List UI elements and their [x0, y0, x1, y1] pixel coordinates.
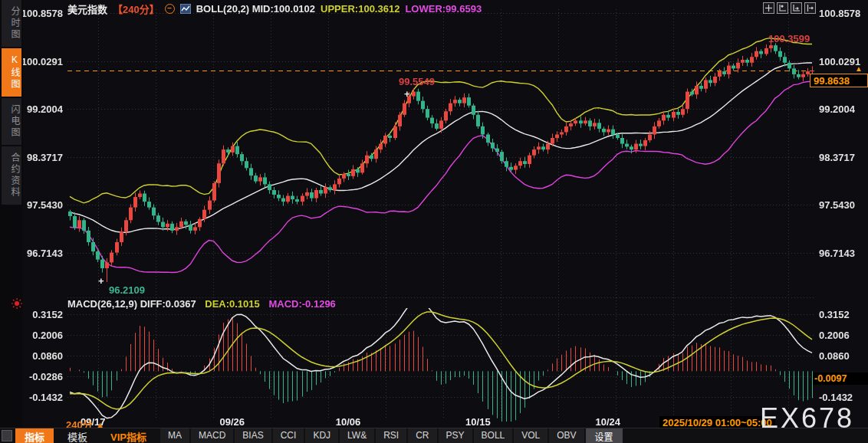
- price-tick-right-3: 98.3717: [819, 152, 855, 163]
- boll-mid-label: BOLL(20,2) MID:100.0102: [196, 3, 315, 15]
- annotation-mid-high: 99.5549: [399, 76, 435, 87]
- x-axis-label-1: 09/26: [219, 416, 245, 428]
- settings-button[interactable]: 设置: [586, 428, 623, 443]
- window-controls: [763, 2, 816, 14]
- indicator-button-boll[interactable]: BOLL: [474, 428, 513, 443]
- sidebar-tab-1[interactable]: K线图: [2, 48, 21, 97]
- period-tag[interactable]: 【240分】: [113, 2, 159, 16]
- crosshair-icon[interactable]: [763, 2, 774, 14]
- zoom-x-axis-icon[interactable]: [791, 2, 802, 14]
- indicator-button-vol[interactable]: VOL: [514, 428, 547, 443]
- x-axis-label-4: 10/24: [596, 416, 621, 428]
- x-axis-label-3: 10/15: [465, 416, 491, 428]
- indicator-button-macd[interactable]: MACD: [191, 428, 233, 443]
- bottom-toolbar: 指标模板VIP指标MAMACDBIASCCIKDJLW&RSICRPSYBOLL…: [0, 428, 868, 443]
- toolbar-tab-1[interactable]: 模板: [58, 428, 97, 443]
- macd-header: MACD(26,12,9) DIFF:0.0367 DEA:0.1015 MAC…: [67, 298, 336, 310]
- sidebar: 分时图K线图闪电图合约资料: [0, 0, 23, 429]
- chart-header: 美元指数 【240分】 − BOLL(20,2) MID:100.0102 UP…: [67, 2, 482, 15]
- indicator-button-obv[interactable]: OBV: [549, 428, 584, 443]
- sidebar-tab-2[interactable]: 闪电图: [2, 98, 21, 145]
- boll-upper-label: UPPER:100.3612: [321, 3, 399, 15]
- low-cross-marker: +: [98, 275, 104, 287]
- toolbar-tab-2[interactable]: VIP指标: [101, 428, 156, 443]
- indicator-button-ma[interactable]: MA: [160, 428, 189, 443]
- macd-tick-right-4: -0.1432: [819, 392, 853, 403]
- macd-tick-right-1: 0.2006: [819, 330, 850, 341]
- macd-dea-label: DEA:0.1015: [205, 298, 260, 310]
- x-axis-label-2: 10/06: [336, 416, 361, 428]
- trading-chart-app: 分时图K线图闪电图合约资料 美元指数 【240分】 − BOLL(20,2) M…: [0, 0, 868, 443]
- toolbar-tab-0[interactable]: 指标: [15, 428, 54, 443]
- indicator-button-bias[interactable]: BIAS: [235, 428, 271, 443]
- macd-value-label: MACD:-0.1296: [268, 298, 335, 310]
- price-tick-right-0: 100.8578: [819, 8, 860, 19]
- sidebar-tab-0[interactable]: 分时图: [2, 0, 21, 47]
- indicator-button-kdj[interactable]: KDJ: [305, 428, 338, 443]
- macd-tick-right-0: 0.3152: [819, 309, 850, 320]
- symbol-title: 美元指数: [67, 2, 107, 16]
- annotation-high: 100.3599: [768, 33, 810, 44]
- macd-title: MACD(26,12,9) DIFF:0.0367: [67, 298, 196, 310]
- price-tick-right-2: 99.2004: [819, 103, 855, 115]
- indicator-button-psy[interactable]: PSY: [439, 428, 472, 443]
- current-macd-badge: -0.0097: [813, 372, 868, 385]
- annotation-low: 96.2109: [109, 284, 145, 296]
- price-tick-right-5: 96.7143: [819, 248, 855, 259]
- indicator-button-cr[interactable]: CR: [408, 428, 436, 443]
- toolbar-corner-button[interactable]: [2, 430, 12, 441]
- indicator-button-cci[interactable]: CCI: [273, 428, 304, 443]
- alarm-icon[interactable]: [12, 298, 22, 309]
- price-tick-right-4: 97.5430: [819, 199, 855, 211]
- price-up-arrow-icon: ▲: [855, 64, 863, 73]
- price-macd-chart-canvas[interactable]: [0, 0, 868, 443]
- sidebar-tab-3[interactable]: 合约资料: [2, 146, 21, 205]
- pan-right-icon[interactable]: [804, 2, 816, 14]
- current-price-badge: 99.8638: [810, 74, 868, 87]
- zoom-y-axis-icon[interactable]: [777, 2, 788, 14]
- indicator-button-lw[interactable]: LW&: [340, 428, 374, 443]
- indicator-chart-icon[interactable]: [180, 4, 191, 14]
- macd-tick-right-2: 0.0860: [819, 350, 850, 362]
- zoom-out-icon[interactable]: −: [165, 4, 175, 14]
- boll-lower-label: LOWER:99.6593: [405, 3, 482, 15]
- indicator-button-rsi[interactable]: RSI: [376, 428, 406, 443]
- mid-high-cross-marker: +: [404, 88, 410, 100]
